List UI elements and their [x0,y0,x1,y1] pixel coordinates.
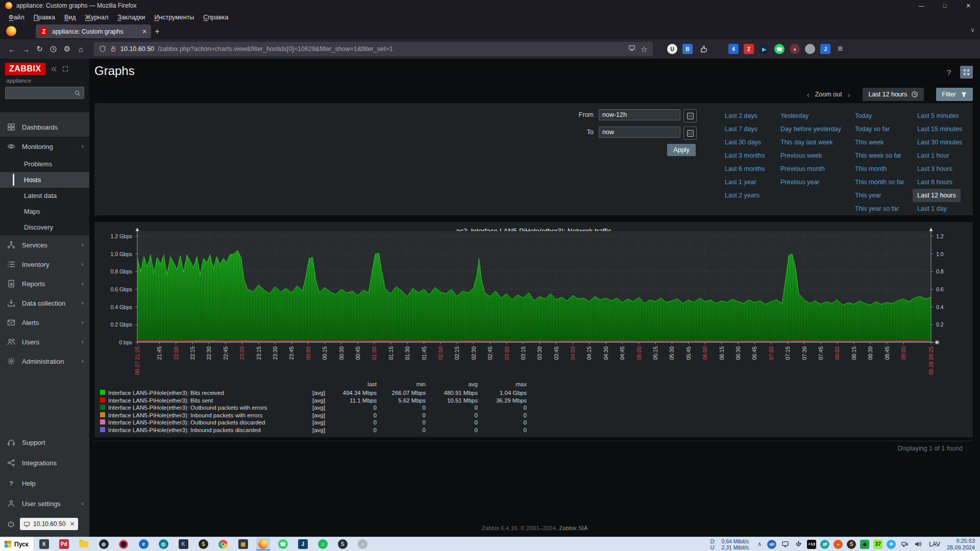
time-link-this-year[interactable]: This year [855,192,881,199]
collapse-sidebar-icon[interactable] [51,66,57,72]
time-link-this-year-so-far[interactable]: This year so far [855,205,899,212]
close-button[interactable]: ✕ [957,0,980,11]
menu-инструменты[interactable]: Инструменты [150,13,199,22]
taskbar-app-blue-globe[interactable]: e [137,538,151,550]
insecure-lock-icon[interactable] [110,45,117,53]
time-link-yesterday[interactable]: Yesterday [780,112,808,119]
video-helper-extension-icon[interactable]: ▶ [759,44,769,54]
taskbar-app-joplin[interactable]: J [296,538,310,550]
sidebar-item-help[interactable]: ?Help [0,473,89,493]
zabbix-logo[interactable]: ZABBIX [5,63,45,75]
grid-extension-icon[interactable] [713,44,723,54]
close-address-icon[interactable]: ✕ [69,520,75,528]
sidebar-subitem-discovery[interactable]: Discovery [0,219,89,235]
taskbar-app-dark-circle[interactable]: ◉ [97,538,111,550]
tray-sync-icon[interactable]: ⇄ [820,540,829,549]
sidebar-item-dashboards[interactable]: Dashboards [0,117,89,137]
sidebar-search[interactable] [5,87,84,99]
tray-network-icon[interactable] [900,540,909,549]
time-shift-back-icon[interactable]: ‹ [801,90,815,99]
hide-sidebar-icon[interactable] [62,66,68,72]
time-link-this-day-last-week[interactable]: This day last week [780,139,833,146]
tray-speaker-icon[interactable] [913,540,922,549]
time-link-this-month[interactable]: This month [855,165,887,172]
start-button[interactable]: Пуск [0,537,33,551]
sidebar-subitem-hosts[interactable]: Hosts [0,172,89,188]
time-link-last-3-months[interactable]: Last 3 months [725,152,765,159]
time-link-last-2-days[interactable]: Last 2 days [725,112,757,119]
time-link-this-week-so-far[interactable]: This week so far [855,152,901,159]
sidebar-item-user-settings[interactable]: User settings∨ [0,493,89,514]
time-link-last-30-days[interactable]: Last 30 days [725,139,761,146]
menu-журнал[interactable]: Журнал [81,13,113,22]
time-link-this-week[interactable]: This week [855,139,884,146]
bookmark-star-icon[interactable]: ☆ [641,44,648,54]
time-link-last-30-minutes[interactable]: Last 30 minutes [917,139,962,146]
tray-monitor-icon[interactable] [780,540,790,549]
forward-button[interactable]: → [19,42,33,56]
sidebar-item-reports[interactable]: Reports∨ [0,274,89,293]
taskbar-app-firefox[interactable] [256,538,270,550]
server-address-box[interactable]: 10.10.60.50✕ [20,518,78,530]
tray-plus13-icon[interactable]: +13 [807,540,816,549]
search-input[interactable] [9,89,74,97]
apply-button[interactable]: Apply [667,144,696,156]
time-link-last-7-days[interactable]: Last 7 days [725,126,757,133]
time-link-last-3-hours[interactable]: Last 3 hours [917,165,952,172]
time-link-last-2-years[interactable]: Last 2 years [725,192,760,199]
network-traffic-chart[interactable]: 09-27 21:2521:4522:0022:1522:3022:4523:0… [94,222,973,393]
sidebar-item-support[interactable]: Support [0,432,89,453]
taskbar-app-teal[interactable]: ◎ [157,538,170,550]
from-calendar-button[interactable] [683,109,697,122]
time-link-this-month-so-far[interactable]: This month so far [855,179,904,186]
taskbar-clock[interactable]: 9:25:5328.09.2024 [947,538,977,551]
taskbar-app-gray[interactable]: ○ [356,538,370,550]
tray-usb-icon[interactable] [794,540,803,549]
filter-button[interactable]: Filter [936,88,973,101]
time-shift-forward-icon[interactable]: › [842,90,855,99]
list-all-tabs-icon[interactable]: ∨ [970,27,975,34]
time-link-last-6-hours[interactable]: Last 6 hours [917,179,952,186]
sidebar-item-alerts[interactable]: Alerts∨ [0,313,89,332]
tab-close-icon[interactable]: ✕ [142,28,147,35]
zoom-out-button[interactable]: Zoom out [815,91,842,98]
menu-вид[interactable]: Вид [60,13,81,22]
taskbar-app-coin[interactable]: $ [197,538,210,550]
tray-37-icon[interactable]: 37 [873,540,883,549]
to-input[interactable] [599,127,680,138]
time-range-tab[interactable]: Last 12 hours [863,88,924,101]
blue-j-extension-icon[interactable]: J [820,44,830,54]
sidebar-subitem-problems[interactable]: Problems [0,156,89,172]
browser-tab[interactable]: Z appliance: Custom graphs ✕ [36,24,151,38]
menu-файл[interactable]: Файл [4,13,29,22]
tray-aimp-icon[interactable]: ● [834,540,843,549]
taskbar-app-explorer[interactable] [77,538,91,550]
zabbix-sia-link[interactable]: Zabbix SIA [559,525,587,531]
taskbar-app-chrome[interactable] [216,538,230,550]
url-bar[interactable]: 10.10.60.50 /zabbix.php?action=charts.vi… [94,42,653,56]
to-calendar-button[interactable] [683,127,697,140]
dark-red-extension-icon[interactable]: ● [790,44,800,54]
taskbar-app-k2[interactable]: K [177,538,190,550]
minimize-button[interactable]: — [910,0,933,11]
password-manager-extension-icon[interactable]: B [682,44,693,54]
tray-shareman-icon[interactable]: S [847,540,856,549]
red-extension-icon[interactable]: Z [744,44,754,54]
maximize-button[interactable]: □ [933,0,957,11]
sidebar-subitem-latest-data[interactable]: Latest data [0,188,89,204]
save-to-device-icon[interactable] [628,44,635,54]
tray-qbittorrent-icon[interactable]: qb [767,540,776,549]
time-link-last-1-year[interactable]: Last 1 year [725,179,756,186]
taskbar-app-pdf[interactable]: Pd [57,538,71,550]
tray-antivirus-icon[interactable]: ◆ [860,540,869,549]
time-link-today[interactable]: Today [855,112,872,119]
ublock-extension-icon[interactable]: U [667,44,677,54]
four-extension-icon[interactable]: 4 [728,44,739,54]
menu-справка[interactable]: Справка [199,13,233,22]
history-icon[interactable] [46,42,60,56]
menu-hamburger-icon[interactable]: ≡ [838,44,843,54]
time-link-previous-week[interactable]: Previous week [780,152,822,159]
signout-power-icon[interactable] [7,520,15,528]
help-icon[interactable]: ? [947,68,951,77]
sidebar-item-users[interactable]: Users∨ [0,332,89,352]
